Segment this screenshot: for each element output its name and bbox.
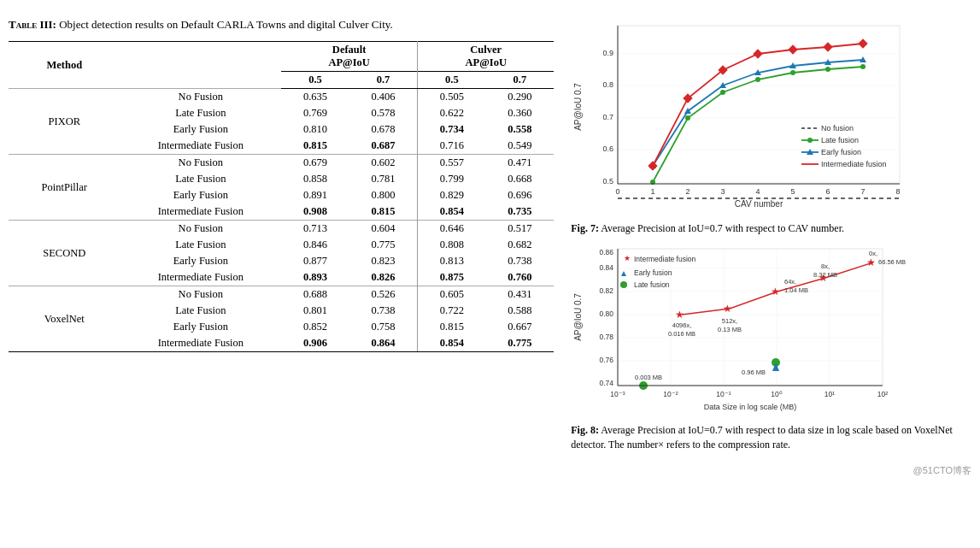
svg-text:10⁻¹: 10⁻¹	[717, 390, 731, 398]
fusion-header	[120, 42, 282, 89]
group-second: SECOND	[9, 221, 120, 286]
group-pixor: PIXOR	[9, 89, 120, 155]
svg-text:0.5: 0.5	[603, 177, 614, 186]
svg-text:0.80: 0.80	[600, 309, 614, 318]
svg-text:10⁻²: 10⁻²	[664, 390, 678, 398]
svg-text:0.76: 0.76	[600, 356, 614, 364]
svg-text:Early fusion: Early fusion	[821, 148, 861, 156]
svg-text:★: ★	[866, 256, 876, 268]
svg-point-47	[807, 138, 813, 143]
default-ap-header: DefaultAP@IoU	[281, 42, 418, 72]
svg-text:AP@IoU 0.7: AP@IoU 0.7	[573, 292, 583, 340]
svg-text:10⁰: 10⁰	[772, 390, 783, 398]
svg-point-26	[755, 77, 760, 82]
svg-point-28	[825, 67, 830, 72]
svg-text:CAV number: CAV number	[735, 199, 783, 209]
svg-text:★: ★	[624, 254, 631, 262]
c05-header: 0.5	[418, 72, 486, 89]
svg-text:7: 7	[861, 187, 866, 196]
svg-text:1.04 MB: 1.04 MB	[784, 286, 808, 294]
svg-text:6: 6	[826, 187, 830, 196]
svg-text:Late fusion: Late fusion	[634, 280, 670, 289]
svg-text:2: 2	[686, 187, 690, 196]
svg-text:0.7: 0.7	[603, 113, 614, 121]
svg-text:8: 8	[896, 187, 901, 196]
group-pointpillar: PointPillar	[9, 155, 120, 221]
group-voxelnet: VoxelNet	[9, 286, 120, 352]
svg-text:4096x,: 4096x,	[672, 321, 692, 329]
culver-ap-header: CulverAP@IoU	[418, 42, 555, 72]
results-table: Method DefaultAP@IoU CulverAP@IoU 0.5 0.…	[9, 41, 554, 352]
svg-text:★: ★	[675, 309, 684, 321]
fig7-caption: Fig. 7: Average Precision at IoU=0.7 wit…	[571, 221, 971, 236]
svg-text:AP@IoU 0.7: AP@IoU 0.7	[573, 83, 583, 131]
svg-point-29	[860, 64, 866, 69]
svg-text:Data Size in log scale (MB): Data Size in log scale (MB)	[704, 403, 797, 411]
svg-text:0: 0	[616, 187, 620, 196]
fig8-container: AP@IoU 0.7 0.74 0.76 0.78 0.80 0.82 0.84…	[571, 245, 971, 452]
svg-text:8x,: 8x,	[821, 262, 830, 270]
svg-text:0.016 MB: 0.016 MB	[668, 330, 695, 338]
svg-text:0x,: 0x,	[869, 250, 877, 257]
fig7-container: AP@IoU 0.7 0.5 0.6 0.7 0.8 0.9 CAV numbe…	[571, 17, 971, 236]
svg-text:Early fusion: Early fusion	[634, 268, 672, 277]
svg-text:Late fusion: Late fusion	[821, 136, 859, 144]
fig7-chart: AP@IoU 0.7 0.5 0.6 0.7 0.8 0.9 CAV numbe…	[571, 17, 964, 214]
svg-text:No fusion: No fusion	[821, 124, 854, 133]
d05-header: 0.5	[281, 72, 349, 89]
table-row: PIXOR No Fusion 0.635 0.406 0.505 0.290	[9, 89, 554, 106]
svg-point-27	[790, 70, 795, 75]
method-header: Method	[9, 42, 120, 89]
svg-text:10¹: 10¹	[824, 390, 835, 398]
svg-text:0.86: 0.86	[600, 248, 614, 256]
svg-text:5: 5	[791, 187, 795, 196]
table-row: VoxelNet No Fusion 0.688 0.526 0.605 0.4…	[9, 286, 554, 303]
fig8-caption: Fig. 8: Average Precision at IoU=0.7 wit…	[571, 423, 971, 452]
svg-text:0.6: 0.6	[603, 144, 614, 153]
svg-text:0.8: 0.8	[603, 80, 614, 89]
svg-text:★: ★	[771, 286, 780, 298]
svg-text:4: 4	[756, 187, 760, 196]
svg-text:8.32 MB: 8.32 MB	[813, 271, 837, 279]
svg-text:0.9: 0.9	[603, 49, 614, 57]
svg-text:66.56 MB: 66.56 MB	[878, 258, 906, 266]
svg-text:512x,: 512x,	[722, 317, 737, 325]
svg-text:0.13 MB: 0.13 MB	[718, 326, 742, 333]
svg-point-106	[620, 281, 627, 288]
svg-point-25	[720, 90, 725, 95]
svg-text:0.82: 0.82	[600, 286, 614, 295]
svg-text:10⁻³: 10⁻³	[611, 390, 625, 398]
watermark: @51CTO博客	[571, 464, 971, 477]
svg-text:10²: 10²	[877, 390, 888, 398]
right-panel: AP@IoU 0.7 0.5 0.6 0.7 0.8 0.9 CAV numbe…	[562, 17, 971, 531]
svg-text:0.84: 0.84	[600, 263, 614, 272]
svg-text:1: 1	[651, 187, 655, 196]
svg-text:64x,: 64x,	[784, 278, 796, 286]
svg-text:0.74: 0.74	[600, 379, 614, 387]
d07-header: 0.7	[349, 72, 418, 89]
svg-text:Intermediate fusion: Intermediate fusion	[821, 160, 887, 168]
svg-point-24	[685, 115, 690, 121]
table-row: PointPillar No Fusion 0.679 0.602 0.557 …	[9, 155, 554, 172]
svg-text:0.78: 0.78	[600, 333, 614, 341]
svg-text:3: 3	[721, 187, 725, 196]
svg-text:★: ★	[723, 303, 732, 315]
table-title: Table III: Object detection results on D…	[9, 17, 554, 32]
svg-text:0.96 MB: 0.96 MB	[742, 368, 766, 376]
table-row: SECOND No Fusion 0.713 0.604 0.646 0.517	[9, 221, 554, 238]
c07-header: 0.7	[485, 72, 554, 89]
fusion-type: No Fusion	[120, 89, 282, 106]
svg-text:0.003 MB: 0.003 MB	[635, 374, 662, 381]
left-panel: Table III: Object detection results on D…	[9, 17, 562, 531]
fig8-chart: AP@IoU 0.7 0.74 0.76 0.78 0.80 0.82 0.84…	[571, 245, 964, 415]
svg-text:Intermediate fusion: Intermediate fusion	[634, 255, 696, 263]
